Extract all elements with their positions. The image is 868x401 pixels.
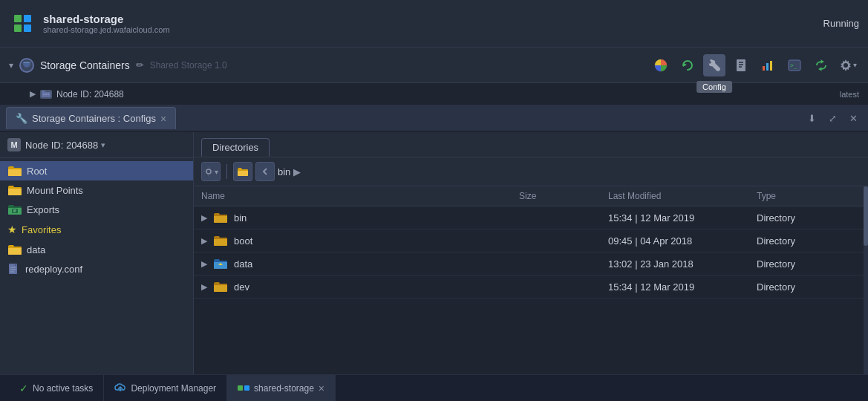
tab-close-icon[interactable]: × [160, 113, 166, 125]
node-dropdown-icon: ▾ [101, 140, 105, 150]
file-table: ▶ bin 15:34 | 12 Mar 2019 Directory ▶ [194, 206, 868, 299]
node-expand-icon[interactable]: ▶ [30, 89, 36, 99]
top-header: shared-storage shared-storage.jed.wafaic… [0, 0, 868, 48]
shared-storage-label: shared-storage [254, 383, 314, 394]
breadcrumb-item-bin[interactable]: bin [278, 166, 290, 177]
scrollbar-track [864, 186, 868, 374]
filename-boot: boot [234, 235, 252, 247]
directories-tab[interactable]: Directories [201, 138, 270, 157]
star-icon: ★ [7, 224, 17, 235]
row-name-data: ▶ data [201, 258, 519, 270]
breadcrumb: bin ▶ [278, 166, 301, 177]
shared-storage-close-icon[interactable]: × [319, 382, 324, 394]
configs-tab[interactable]: 🔧 Storage Containers : Configs × [6, 107, 176, 129]
sidebar-item-mount-points[interactable]: Mount Points [0, 180, 193, 200]
svg-marker-2 [683, 63, 687, 67]
root-label: Root [27, 166, 47, 177]
folder-data-icon [7, 244, 22, 255]
table-row[interactable]: ▶ dev 15:34 | 12 Mar 2019 Directory [194, 276, 868, 299]
favorites-label: ★ Favorites [0, 219, 193, 240]
status-running: Running [823, 18, 859, 29]
svg-rect-18 [48, 94, 49, 95]
folder-boot-icon [213, 235, 228, 247]
no-tasks-label: No active tasks [33, 383, 93, 394]
type-data: Directory [757, 258, 861, 270]
row-expand-icon[interactable]: ▶ [201, 282, 207, 292]
folder-exports-icon [7, 203, 22, 215]
doc-button[interactable] [730, 54, 752, 76]
svg-text:>_: >_ [790, 62, 797, 69]
table-row[interactable]: ▶ bin 15:34 | 12 Mar 2019 Directory [194, 206, 868, 229]
node-selector[interactable]: Node ID: 204688 ▾ [25, 140, 105, 151]
main-content: M Node ID: 204688 ▾ Root Moun [0, 132, 868, 374]
row-expand-icon[interactable]: ▶ [201, 236, 207, 246]
svg-rect-19 [12, 209, 18, 213]
check-icon: ✓ [19, 382, 28, 394]
colorwheel-button[interactable] [650, 54, 672, 76]
favorites-text: Favorites [22, 224, 61, 235]
toolbar-icons: Config >_ [650, 54, 859, 76]
row-expand-icon[interactable]: ▶ [201, 259, 207, 269]
dot1 [14, 15, 22, 22]
row-name-boot: ▶ boot [201, 235, 519, 247]
deployment-manager-tab[interactable]: Deployment Manager [104, 375, 227, 401]
file-table-wrapper: Name Size Last Modified Type ▶ bin [194, 186, 868, 374]
pencil-icon[interactable]: ✏ [136, 59, 144, 71]
tab-bar: 🔧 Storage Containers : Configs × ⬇ ⤢ ✕ [0, 105, 868, 132]
deployment-manager-label: Deployment Manager [131, 383, 216, 394]
server-title: shared-storage shared-storage.jed.wafaic… [43, 13, 170, 34]
scrollbar-thumb[interactable] [864, 186, 868, 246]
sub-header: ▾ Storage Containers ✏ Shared Storage 1.… [0, 48, 868, 83]
col-name: Name [201, 191, 519, 201]
config-button[interactable] [703, 54, 725, 76]
shared-storage-tab[interactable]: shared-storage × [227, 375, 336, 401]
node-selector-label: Node ID: 204688 [25, 140, 98, 151]
sidebar-item-exports[interactable]: Exports [0, 200, 193, 219]
file-toolbar: ▾ bin ▶ [194, 157, 868, 186]
tab-actions: ⬇ ⤢ ✕ [803, 109, 862, 127]
data-label: data [27, 244, 45, 255]
svg-rect-16 [43, 94, 45, 95]
file-icon [7, 263, 21, 275]
svg-rect-7 [763, 66, 765, 71]
sync-button[interactable] [810, 54, 832, 76]
folder-bin-icon [213, 212, 228, 224]
exports-label: Exports [27, 204, 59, 215]
toolbar-sep [226, 164, 227, 179]
filename-bin: bin [234, 212, 247, 224]
chart-button[interactable] [757, 54, 779, 76]
right-panel: Directories ▾ [194, 132, 868, 374]
folder-nav-button[interactable] [233, 162, 252, 181]
storage-label: Storage Containers [40, 59, 130, 71]
svg-rect-9 [770, 61, 772, 71]
row-expand-icon[interactable]: ▶ [201, 213, 207, 223]
type-dev: Directory [757, 281, 861, 293]
col-size: Size [519, 191, 608, 201]
breadcrumb-back-button[interactable] [255, 162, 275, 181]
settings-dropdown-button[interactable]: ▾ [201, 162, 221, 181]
m-badge: M [7, 138, 21, 151]
close-tab-button[interactable]: ✕ [844, 109, 862, 127]
table-row[interactable]: ▶ data 13:02 | 23 Jan 2018 Directory [194, 252, 868, 276]
row-name-dev: ▶ dev [201, 281, 519, 293]
sidebar-item-root[interactable]: Root [0, 161, 193, 180]
sidebar-item-data[interactable]: data [0, 240, 193, 259]
sidebar-item-redeploy[interactable]: redeploy.conf [0, 259, 193, 278]
sidebar-header: M Node ID: 204688 ▾ [0, 132, 193, 158]
type-boot: Directory [757, 235, 861, 247]
terminal-button[interactable]: >_ [783, 54, 806, 76]
download-tab-button[interactable]: ⬇ [803, 109, 820, 127]
gear-button[interactable]: ▾ [837, 54, 859, 76]
node-row: ▶ Node ID: 204688 latest [0, 83, 868, 105]
expand-tab-button[interactable]: ⤢ [823, 109, 841, 127]
folder-mount-icon [7, 184, 22, 196]
svg-point-13 [843, 63, 848, 68]
collapse-arrow-icon[interactable]: ▾ [9, 60, 13, 71]
svg-rect-15 [42, 91, 45, 93]
table-row[interactable]: ▶ boot 09:45 | 04 Apr 2018 Directory [194, 229, 868, 252]
filename-dev: dev [234, 281, 249, 293]
tab-wrench-icon: 🔧 [16, 113, 27, 124]
refresh-button[interactable] [676, 54, 699, 76]
svg-rect-8 [766, 63, 769, 71]
col-modified: Last Modified [608, 191, 757, 201]
